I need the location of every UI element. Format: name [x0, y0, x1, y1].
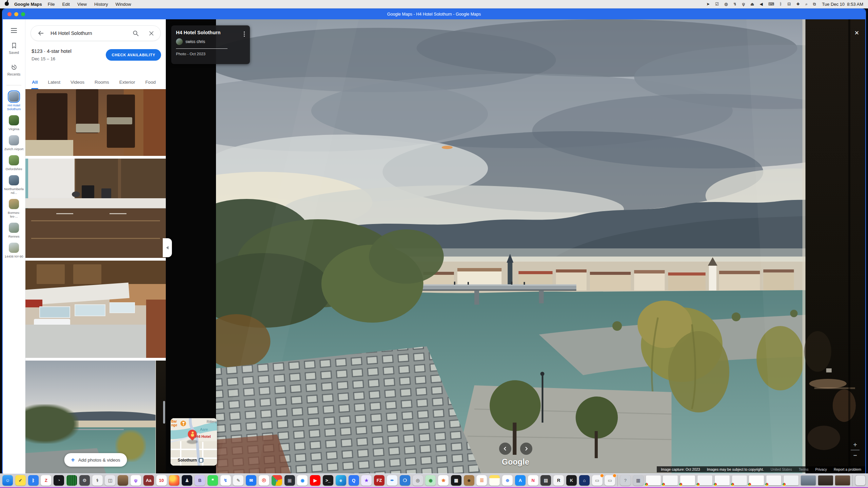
main-menu-button[interactable]: [11, 28, 17, 33]
photo-thumbnail-restaurant[interactable]: [25, 89, 166, 156]
dock-item[interactable]: [697, 475, 712, 485]
dock-item[interactable]: [66, 475, 77, 486]
dock-item[interactable]: ▶: [310, 475, 320, 486]
dock-item[interactable]: ◉: [297, 475, 308, 486]
dock-item[interactable]: ◎: [413, 475, 423, 486]
dock-item[interactable]: [118, 475, 128, 486]
dock-item[interactable]: ⊕: [502, 475, 513, 486]
clear-search-icon[interactable]: [149, 30, 154, 36]
recent-place-item[interactable]: Rennes: [3, 223, 25, 238]
dock-item[interactable]: ◔: [54, 475, 64, 486]
add-photos-button[interactable]: + Add photos & videos: [64, 453, 127, 467]
menubar-app-name[interactable]: Google Maps: [14, 2, 42, 7]
dock-item[interactable]: [766, 475, 781, 485]
dock-item[interactable]: [818, 475, 833, 485]
photo-category-tab[interactable]: Videos: [65, 75, 90, 89]
search-input[interactable]: H4 Hotel Solothurn: [51, 30, 133, 36]
collapse-panel-handle[interactable]: [163, 238, 172, 257]
menubar-menu[interactable]: Window: [112, 2, 135, 7]
photo-category-tab[interactable]: Latest: [43, 75, 65, 89]
dock-item[interactable]: ❀: [438, 475, 449, 486]
dock-item[interactable]: e: [336, 475, 346, 486]
dock-item[interactable]: ✒: [387, 475, 397, 486]
dock-item[interactable]: ▥: [633, 475, 644, 486]
photo-category-tab[interactable]: All: [27, 75, 43, 89]
dock-item[interactable]: [617, 475, 618, 486]
dock-item[interactable]: ✎: [233, 475, 243, 486]
dock-item[interactable]: ★: [361, 475, 372, 486]
dock-item[interactable]: ⦿: [259, 475, 269, 486]
report-problem-link[interactable]: Report a problem: [834, 467, 861, 471]
dock-item[interactable]: [852, 475, 853, 486]
menubar-menu[interactable]: Edit: [59, 2, 74, 7]
photo-thumbnail-kitchenette[interactable]: [25, 159, 166, 258]
search-bar[interactable]: H4 Hotel Solothurn: [31, 25, 161, 41]
dock-item[interactable]: ▤: [540, 475, 551, 486]
dock-item[interactable]: ❍: [400, 475, 410, 486]
next-photo-button[interactable]: [520, 443, 532, 455]
sidebar-item-saved[interactable]: Saved: [9, 42, 19, 55]
dock-item[interactable]: ●: [272, 475, 282, 486]
dock-item[interactable]: [835, 475, 850, 485]
volume-icon[interactable]: ◀: [757, 2, 765, 6]
photo-thumbnail-buffet[interactable]: [25, 261, 166, 358]
photo-options-menu[interactable]: [243, 30, 246, 38]
recent-place-item[interactable]: Zurich Airport: [3, 135, 25, 151]
dock-item[interactable]: [801, 475, 816, 485]
previous-photo-button[interactable]: [499, 443, 511, 455]
dock-item[interactable]: R: [553, 475, 564, 486]
dock-item[interactable]: FZ: [374, 475, 384, 486]
dock-item[interactable]: K: [566, 475, 577, 486]
terms-link[interactable]: Terms: [799, 467, 809, 471]
eject-icon[interactable]: ⏏: [748, 2, 757, 6]
dock-item[interactable]: ᛒ: [28, 475, 39, 486]
privacy-link[interactable]: Privacy: [815, 467, 827, 471]
dock-item[interactable]: ❝: [208, 475, 218, 486]
back-icon[interactable]: [37, 30, 44, 37]
zoom-in-button[interactable]: +: [853, 442, 857, 448]
battery-icon[interactable]: ⊟: [785, 2, 793, 6]
bar-poi-icon[interactable]: [180, 420, 186, 427]
dock-item[interactable]: [715, 475, 730, 485]
dock-item[interactable]: [732, 475, 747, 485]
check-availability-button[interactable]: CHECK AVAILABILITY: [106, 49, 161, 61]
main-photo[interactable]: [216, 19, 865, 473]
menubar-menu[interactable]: View: [74, 2, 91, 7]
dock-item[interactable]: ☺: [2, 475, 13, 486]
dock-item[interactable]: ▣: [284, 475, 295, 486]
mini-map[interactable]: Barnge Ritterq Aare H4 Hotel Solothurn: [171, 418, 217, 466]
dock-item[interactable]: ?: [620, 475, 631, 486]
time-machine-icon[interactable]: ☑: [712, 2, 722, 6]
dock-item[interactable]: 10: [156, 475, 167, 486]
control-center-icon[interactable]: ⧉: [810, 2, 819, 6]
dock-item[interactable]: ◫: [105, 475, 115, 486]
spotlight-icon[interactable]: ⌕: [803, 2, 810, 6]
dock-item[interactable]: ✉: [246, 475, 256, 486]
dock-item[interactable]: [646, 475, 661, 485]
panel-scrollbar[interactable]: [163, 401, 165, 424]
dock-item[interactable]: ✓: [15, 475, 26, 486]
dock-item[interactable]: [784, 475, 798, 485]
dock-item[interactable]: ☻: [464, 475, 474, 486]
backup-icon[interactable]: ◍: [722, 2, 730, 6]
dock-item[interactable]: ♟: [182, 475, 192, 486]
bluetooth-icon[interactable]: ᛒ: [777, 2, 785, 6]
window-titlebar[interactable]: Google Maps - H4 Hotel Solothurn - Googl…: [3, 9, 865, 19]
dock-item[interactable]: Q: [349, 475, 359, 486]
photo-category-tab[interactable]: Rooms: [90, 75, 114, 89]
menubar-menu[interactable]: History: [91, 2, 112, 7]
close-photo-button[interactable]: ✕: [854, 29, 859, 37]
dock-item[interactable]: Aa: [143, 475, 154, 486]
dock-item[interactable]: ψ: [131, 475, 141, 486]
keyboard-icon[interactable]: ⌨: [766, 2, 777, 6]
recent-place-item[interactable]: Bormes-les-...: [3, 199, 25, 218]
author-name[interactable]: swiss chris: [185, 39, 205, 44]
dock-item[interactable]: ⌂: [579, 475, 590, 486]
dock-item[interactable]: ⚙: [79, 475, 90, 486]
menubar-menu[interactable]: File: [44, 2, 59, 7]
recent-place-item[interactable]: H4 Hotel Solothurn: [3, 92, 25, 111]
dock-item[interactable]: Z: [41, 475, 51, 486]
location-icon[interactable]: ➤: [704, 2, 712, 6]
apple-menu[interactable]: [5, 2, 9, 7]
zoom-out-button[interactable]: −: [853, 452, 857, 459]
